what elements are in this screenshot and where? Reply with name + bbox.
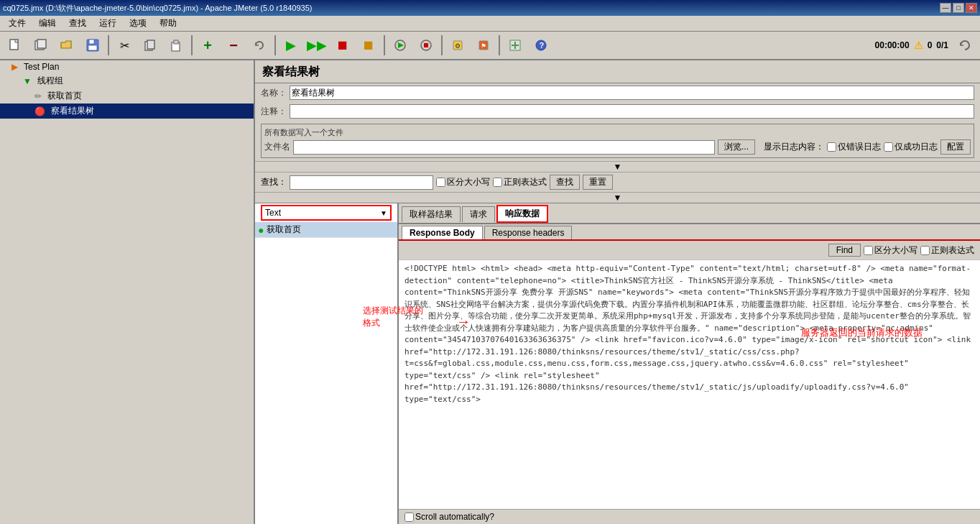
tab-response-data[interactable]: 响应数据 [496,205,548,223]
toolbar-function-helper[interactable]: ⚑ [471,33,496,58]
maximize-btn[interactable]: □ [953,3,964,13]
resp-case-check[interactable]: 区分大小写 [864,244,917,257]
toolbar-remote-shutdown-all[interactable]: ⚙ [445,33,470,58]
config-btn[interactable]: 配置 [940,139,971,155]
sub-tabs: Response Body Response headers [399,224,980,241]
name-label: 名称： [261,87,287,99]
toolbar-separator-1 [108,35,109,55]
toolbar-open[interactable] [55,33,79,58]
menu-bar: 文件 编辑 查找 运行 选项 帮助 [0,16,980,32]
search-btn[interactable]: 查找 [550,175,580,190]
success-log-checkbox[interactable]: 仅成功日志 [884,141,938,153]
success-log-label: 仅成功日志 [895,141,938,153]
response-content[interactable]: <!DOCTYPE html> <html> <head> <meta http… [399,260,980,509]
toolbar-add[interactable]: + [195,33,220,58]
close-btn[interactable]: ✕ [966,3,977,13]
svg-rect-5 [88,45,97,50]
search-label: 查找： [261,176,287,188]
toolbar-start[interactable]: ▶ [279,33,303,58]
main-tabs: 取样器结果 请求 响应数据 [399,203,980,224]
toolbar-time-display: 00:00:00 ⚠ 0 0/1 [875,33,977,58]
regex-check[interactable]: 正则表达式 [493,176,547,188]
minimize-btn[interactable]: — [940,3,951,13]
menu-help[interactable]: 帮助 [154,16,182,31]
svg-rect-7 [147,40,154,49]
tree-item-testplan-label: Test Plan [24,62,59,72]
menu-options[interactable]: 选项 [124,16,152,31]
toolbar-templates[interactable] [29,33,53,58]
success-icon: ● [258,224,264,236]
result-item-label: 获取首页 [267,224,301,236]
comment-row: 注释： [255,102,980,121]
toolbar-cut[interactable]: ✂ [112,33,137,58]
scroll-auto-row: Scroll automatically? [399,509,980,524]
collapse-arrow-2[interactable]: ▼ [255,192,980,203]
toolbar-separator-5 [441,35,443,55]
browse-btn[interactable]: 浏览... [718,139,755,155]
toolbar-copy[interactable] [138,33,162,58]
file-section-legend: 所有数据写入一个文件 [264,127,971,138]
collapse-arrow-1[interactable]: ▼ [255,161,980,172]
file-section: 所有数据写入一个文件 文件名 浏览... 显示日志内容： 仅错误日志 仅成功日志… [261,124,974,158]
toolbar-remote-stop-all[interactable] [414,33,438,58]
find-btn[interactable]: Find [828,244,861,257]
comment-label: 注释： [261,106,287,118]
scroll-auto-check[interactable]: Scroll automatically? [405,512,494,522]
toolbar-refresh[interactable] [953,33,977,58]
toolbar-save[interactable] [80,33,105,58]
sub-tab-response-headers[interactable]: Response headers [484,226,573,239]
reset-btn[interactable]: 重置 [583,175,613,190]
toolbar-clear-all[interactable] [503,33,527,58]
http-icon: ✏ [34,91,42,101]
tree-item-http[interactable]: ✏ 获取首页 [0,88,254,104]
svg-rect-4 [89,40,94,44]
response-toolbar: Find 区分大小写 正则表达式 [399,241,980,260]
format-dropdown[interactable]: Text ▼ [261,205,392,221]
tree-item-threadgroup-label: 线程组 [37,75,63,87]
panel-title: 察看结果树 [255,60,980,83]
format-select-row: Text ▼ [255,203,397,222]
name-row: 名称： [255,83,980,102]
tree-item-results[interactable]: 🔴 察看结果树 [0,104,254,119]
svg-text:?: ? [540,41,545,50]
toolbar-separator-3 [274,35,276,55]
toolbar-start-nopauses[interactable]: ▶▶ [305,33,329,58]
tab-request[interactable]: 请求 [462,206,495,222]
toolbar-remote-start-all[interactable] [388,33,412,58]
name-input[interactable] [290,86,974,100]
error-log-checkbox[interactable]: 仅错误日志 [827,141,881,153]
toolbar-paste[interactable] [164,33,188,58]
file-input[interactable] [293,140,715,155]
case-sensitive-check[interactable]: 区分大小写 [436,176,490,188]
toolbar-shutdown[interactable]: ⏹ [356,33,381,58]
toolbar-remove[interactable]: − [221,33,246,58]
tree-item-testplan[interactable]: ▶ Test Plan [0,60,254,73]
results-icon: 🔴 [34,106,45,116]
search-input[interactable] [290,175,433,190]
toolbar: ✂ + − ▶ ▶▶ ⏹ ⏹ ⚙ ⚑ ? 00:00:00 ⚠ 0 0/1 [0,32,980,60]
result-item-homepage[interactable]: ● 获取首页 [255,222,397,238]
file-row: 文件名 浏览... 显示日志内容： 仅错误日志 仅成功日志 配置 [264,139,971,155]
toolbar-stop[interactable]: ⏹ [330,33,355,58]
window-title: cq0725.jmx (D:\软件\apache-jmeter-5.0\bin\… [3,3,312,14]
result-area: Text ▼ ● 获取首页 取样器结果 请求 响应数据 [255,203,980,524]
sub-tab-response-body[interactable]: Response Body [402,226,483,239]
tab-sampler-result[interactable]: 取样器结果 [402,206,461,222]
threadgroup-icon: ▼ [23,76,32,86]
svg-rect-2 [37,40,46,48]
toolbar-help[interactable]: ? [529,33,553,58]
resp-regex-check[interactable]: 正则表达式 [920,244,974,257]
toolbar-reset[interactable] [247,33,272,58]
left-panel: ▶ Test Plan ▼ 线程组 ✏ 获取首页 🔴 察看结果树 [0,60,255,524]
menu-find[interactable]: 查找 [63,16,92,31]
menu-edit[interactable]: 编辑 [33,16,62,31]
comment-input[interactable] [290,104,974,119]
result-list-panel: Text ▼ ● 获取首页 [255,203,399,524]
tree-item-threadgroup[interactable]: ▼ 线程组 [0,73,254,88]
title-bar: cq0725.jmx (D:\软件\apache-jmeter-5.0\bin\… [0,0,980,16]
svg-text:⚙: ⚙ [455,42,461,50]
menu-run[interactable]: 运行 [93,16,122,31]
toolbar-new[interactable] [3,33,27,58]
error-log-label: 仅错误日志 [838,141,881,153]
menu-file[interactable]: 文件 [3,16,32,31]
